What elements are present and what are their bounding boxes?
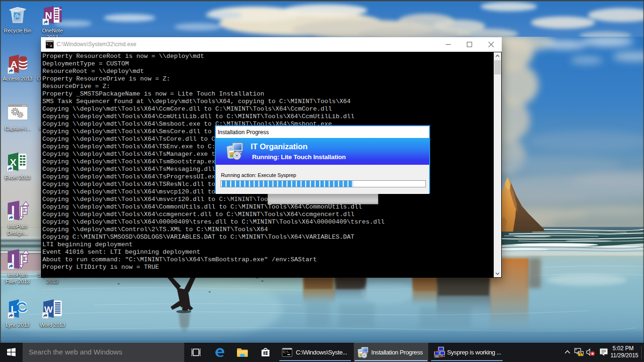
svg-text:C:\: C:\ bbox=[283, 351, 289, 354]
svg-text:C:\: C:\ bbox=[47, 43, 52, 46]
